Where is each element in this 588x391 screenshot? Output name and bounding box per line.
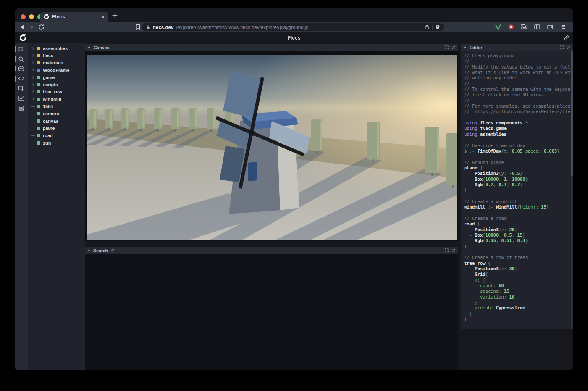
- chevron-down-icon[interactable]: [87, 45, 91, 49]
- tree-item-label: 1584: [43, 104, 53, 109]
- tree-item-sun[interactable]: sun: [28, 139, 85, 146]
- red-extension-icon[interactable]: [508, 24, 514, 30]
- code-line: [464, 154, 570, 159]
- expand-icon[interactable]: [560, 45, 564, 49]
- leaf-dash: [32, 106, 35, 107]
- sidebar-search-icon[interactable]: [15, 54, 28, 63]
- tree-item-plane[interactable]: plane: [28, 124, 85, 132]
- vue-extension-icon[interactable]: [495, 24, 501, 30]
- canvas-panel-body: [85, 51, 458, 241]
- entity-tree-icon: [18, 46, 24, 52]
- 3d-viewport[interactable]: [87, 55, 457, 240]
- scene-icon: [18, 66, 24, 72]
- sidebar-toggle-icon[interactable]: [534, 24, 541, 30]
- code-line: count: 60: [464, 283, 570, 288]
- close-window-button[interactable]: [21, 14, 26, 19]
- tab-flecs[interactable]: Flecs: [40, 12, 108, 22]
- wallet-icon[interactable]: [547, 24, 554, 30]
- tree-item-canvas[interactable]: canvas: [28, 117, 85, 124]
- code-line: variation: 10: [464, 294, 570, 300]
- cypress-tree: [89, 109, 97, 131]
- bookmark-icon[interactable]: [134, 24, 142, 31]
- code-editor[interactable]: // Flecs playground//// Modify the value…: [461, 51, 573, 325]
- close-icon[interactable]: [452, 248, 456, 252]
- collapsed-bullet-icon[interactable]: [88, 250, 90, 251]
- sidebar-scene-icon[interactable]: [15, 64, 28, 74]
- extensions-puzzle-icon[interactable]: [521, 24, 528, 30]
- tab-close-icon[interactable]: [101, 15, 105, 19]
- active-indicator: [15, 46, 16, 52]
- search-icon: [111, 248, 115, 253]
- search-panel-title: Search: [93, 248, 108, 253]
- tree-item-label: canvas: [43, 119, 58, 124]
- close-icon[interactable]: [452, 45, 456, 49]
- url-bar[interactable]: flecs.dev /explorer/?wasm=https://www.fl…: [142, 23, 444, 31]
- share-link-icon[interactable]: [564, 35, 570, 41]
- tree-item-road[interactable]: road: [28, 132, 85, 139]
- code-line: //: [464, 58, 570, 64]
- code-line: $ :- TimeOfDay{t: 0.05 speed: 0.005}: [464, 148, 570, 154]
- expand-arrow-icon[interactable]: [32, 83, 35, 86]
- sidebar-stats-icon[interactable]: [15, 93, 28, 103]
- sidebar-code-icon[interactable]: [15, 74, 28, 83]
- new-tab-button[interactable]: [112, 12, 118, 18]
- code-line: }: [464, 317, 570, 322]
- tree-item-1584[interactable]: 1584: [28, 103, 85, 110]
- divider: [432, 25, 433, 30]
- expand-arrow-icon[interactable]: [32, 90, 35, 93]
- cypress-tree: [207, 108, 215, 132]
- chevron-down-icon[interactable]: [463, 45, 467, 49]
- tree-item-game[interactable]: game: [28, 74, 85, 81]
- close-icon[interactable]: [567, 45, 571, 49]
- forward-button[interactable]: [28, 24, 35, 31]
- tree-item-WoodFrame[interactable]: WoodFrame: [28, 66, 85, 74]
- url-domain: flecs.dev: [153, 25, 173, 30]
- expand-arrow-icon[interactable]: [32, 54, 35, 57]
- stats-icon: [18, 95, 24, 101]
- tree-item-scripts[interactable]: scripts: [28, 81, 85, 88]
- entity-color-swatch: [37, 112, 40, 115]
- code-line: - Rgb{0.55, 0.51, 0.4}: [464, 238, 570, 243]
- tree-item-label: plane: [43, 126, 55, 131]
- tree-item-tree_row[interactable]: tree_row: [28, 88, 85, 95]
- minimize-window-button[interactable]: [29, 14, 34, 19]
- app-header: Flecs: [15, 32, 573, 43]
- brave-shield-icon[interactable]: [435, 24, 440, 30]
- back-button[interactable]: [19, 24, 26, 31]
- windmill-door: [248, 162, 257, 181]
- tree-item-flecs[interactable]: flecs: [28, 52, 85, 59]
- sidebar-logs-icon[interactable]: [15, 103, 28, 113]
- expand-arrow-icon[interactable]: [32, 69, 35, 72]
- flecs-logo-icon: [19, 34, 26, 42]
- code-line: // writing any code!: [464, 75, 570, 81]
- leaf-dash: [32, 143, 35, 143]
- entity-color-swatch: [37, 76, 40, 79]
- expand-arrow-icon[interactable]: [32, 47, 35, 50]
- editor-panel: Editor // Flecs playground//// Modify th…: [461, 44, 573, 329]
- sidebar-entity-tree-icon[interactable]: [15, 44, 28, 54]
- tab-title: Flecs: [52, 14, 98, 20]
- editor-scrollbar[interactable]: [571, 51, 573, 329]
- expand-icon[interactable]: [445, 248, 449, 252]
- tree-item-materials[interactable]: materials: [28, 59, 85, 66]
- tree-item-label: flecs: [43, 53, 53, 58]
- expand-icon[interactable]: [445, 45, 449, 49]
- sidebar-inspect-icon[interactable]: [15, 84, 28, 93]
- expand-arrow-icon[interactable]: [32, 98, 35, 101]
- flecs-favicon-icon: [43, 14, 49, 20]
- code-line: [464, 137, 570, 143]
- expand-arrow-icon[interactable]: [32, 76, 35, 79]
- menu-icon[interactable]: [560, 24, 567, 30]
- cypress-tree: [105, 109, 113, 131]
- share-icon[interactable]: [424, 24, 430, 30]
- code-line: // To control the camera with the keyboa…: [464, 87, 570, 92]
- tree-item-camera[interactable]: camera: [28, 110, 85, 117]
- url-path: /explorer/?wasm=https://www.flecs.dev/ex…: [176, 25, 422, 30]
- reload-button[interactable]: [38, 24, 45, 31]
- code-line: }: [464, 188, 570, 193]
- editor-scrollbar-thumb[interactable]: [571, 51, 573, 176]
- tree-item-windmill[interactable]: windmill: [28, 95, 85, 103]
- lock-icon: [146, 25, 150, 29]
- tree-item-assemblies[interactable]: assemblies: [28, 45, 85, 52]
- expand-arrow-icon[interactable]: [32, 61, 35, 64]
